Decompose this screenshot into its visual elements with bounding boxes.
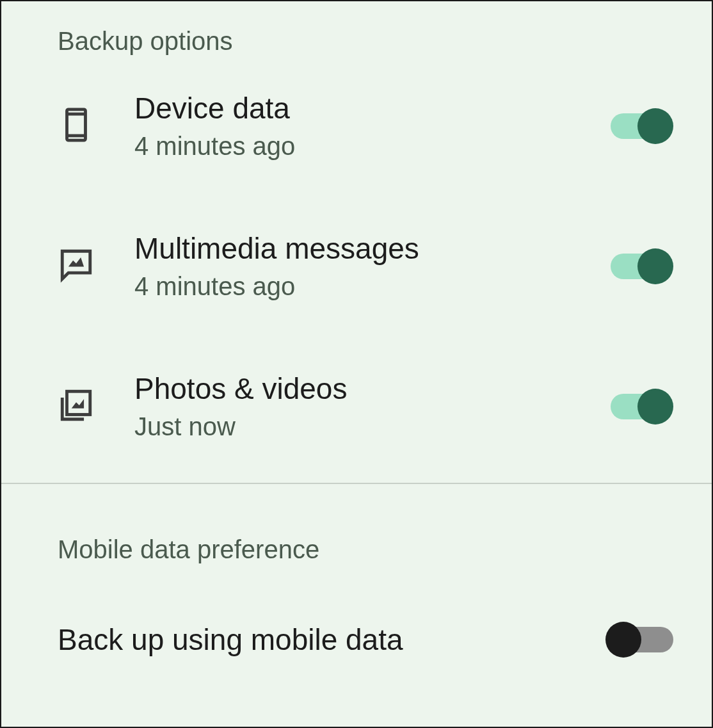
multimedia-messages-subtitle: 4 minutes ago (134, 272, 611, 301)
multimedia-messages-item[interactable]: Multimedia messages 4 minutes ago (1, 196, 712, 336)
mms-icon (58, 247, 134, 286)
backup-options-header: Backup options (1, 1, 712, 56)
mobile-data-header: Mobile data preference (1, 510, 712, 564)
device-data-title: Device data (134, 91, 611, 125)
device-data-toggle[interactable] (611, 108, 673, 144)
backup-mobile-data-title: Back up using mobile data (58, 622, 605, 657)
photos-icon (58, 387, 134, 426)
svg-rect-3 (67, 391, 90, 414)
backup-mobile-data-toggle[interactable] (605, 622, 673, 658)
backup-mobile-data-item[interactable]: Back up using mobile data (1, 564, 712, 693)
device-data-subtitle: 4 minutes ago (134, 132, 611, 161)
device-data-item[interactable]: Device data 4 minutes ago (1, 56, 712, 196)
phone-icon (58, 106, 134, 146)
photos-videos-title: Photos & videos (134, 371, 611, 406)
multimedia-messages-title: Multimedia messages (134, 231, 611, 266)
photos-videos-subtitle: Just now (134, 412, 611, 441)
photos-videos-toggle[interactable] (611, 389, 673, 425)
settings-container: Backup options Device data 4 minutes ago (1, 1, 712, 727)
photos-videos-item[interactable]: Photos & videos Just now (1, 336, 712, 476)
multimedia-messages-toggle[interactable] (611, 248, 673, 284)
